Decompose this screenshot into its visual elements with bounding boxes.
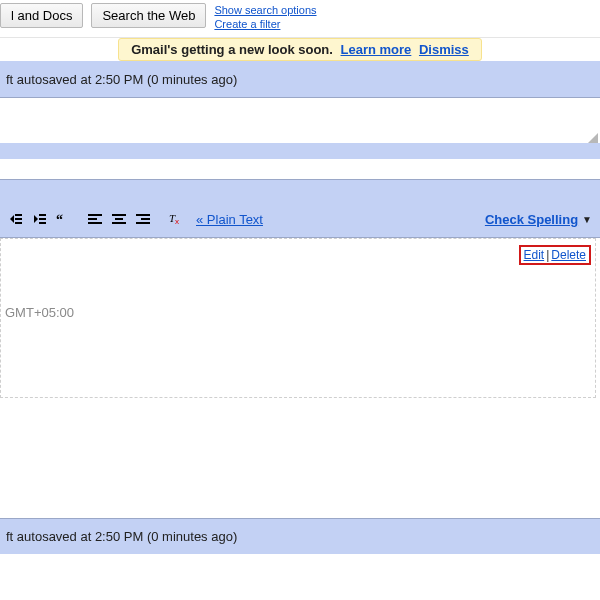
align-left-icon[interactable] [84, 209, 106, 229]
editor-toolbar: “ Tx « Plain Text Check Spelling ▼ [0, 203, 600, 238]
edit-delete-callout: Edit|Delete [519, 245, 592, 265]
autosave-status-band-top: ft autosaved at 2:50 PM (0 minutes ago) [0, 61, 600, 97]
show-search-options-link[interactable]: Show search options [214, 3, 316, 17]
check-spelling-dropdown[interactable]: Check Spelling ▼ [485, 212, 592, 227]
svg-rect-10 [112, 214, 126, 216]
autosave-status-band-bottom: ft autosaved at 2:50 PM (0 minutes ago) [0, 518, 600, 554]
svg-rect-7 [88, 214, 102, 216]
delete-link[interactable]: Delete [551, 248, 586, 262]
svg-rect-12 [112, 222, 126, 224]
svg-rect-0 [15, 214, 22, 216]
timezone-text: GMT+05:00 [5, 305, 74, 320]
plain-text-link[interactable]: « Plain Text [196, 212, 263, 227]
search-option-links: Show search options Create a filter [214, 3, 316, 31]
resize-handle-icon[interactable] [586, 131, 598, 143]
outdent-icon[interactable] [4, 209, 26, 229]
svg-rect-4 [39, 218, 46, 220]
svg-rect-15 [136, 222, 150, 224]
autosave-status-text: ft autosaved at 2:50 PM (0 minutes ago) [6, 72, 237, 87]
svg-text:x: x [175, 217, 179, 226]
compose-body-area[interactable]: Edit|Delete GMT+05:00 [0, 238, 596, 398]
quote-icon[interactable]: “ [52, 209, 74, 229]
subject-textarea-area[interactable] [0, 97, 600, 143]
notice-learn-more-link[interactable]: Learn more [341, 42, 412, 57]
search-bar: l and Docs Search the Web Show search op… [0, 0, 600, 38]
edit-link[interactable]: Edit [524, 248, 545, 262]
white-gap [0, 159, 600, 179]
notice-bar: Gmail's getting a new look soon. Learn m… [0, 38, 600, 61]
align-center-icon[interactable] [108, 209, 130, 229]
bottom-white-gap [0, 398, 600, 518]
autosave-status-text-bottom: ft autosaved at 2:50 PM (0 minutes ago) [6, 529, 237, 544]
svg-rect-13 [136, 214, 150, 216]
svg-rect-3 [39, 214, 46, 216]
search-mail-docs-button[interactable]: l and Docs [0, 3, 83, 28]
toolbar-icons: “ Tx « Plain Text [4, 209, 263, 229]
remove-format-icon[interactable]: Tx [164, 209, 186, 229]
chevron-down-icon: ▼ [582, 214, 592, 225]
notice-dismiss-link[interactable]: Dismiss [419, 42, 469, 57]
notice-message: Gmail's getting a new look soon. [131, 42, 333, 57]
svg-text:“: “ [56, 212, 63, 226]
create-filter-link[interactable]: Create a filter [214, 17, 316, 31]
svg-rect-5 [39, 222, 46, 224]
indent-icon[interactable] [28, 209, 50, 229]
notice-inner: Gmail's getting a new look soon. Learn m… [118, 38, 482, 61]
svg-rect-11 [115, 218, 123, 220]
svg-rect-9 [88, 222, 102, 224]
align-right-icon[interactable] [132, 209, 154, 229]
editor-toolbar-area: “ Tx « Plain Text Check Spelling ▼ [0, 179, 600, 238]
svg-rect-8 [88, 218, 97, 220]
search-web-button[interactable]: Search the Web [91, 3, 206, 28]
check-spelling-label: Check Spelling [485, 212, 578, 227]
svg-rect-14 [141, 218, 150, 220]
blue-separator [0, 143, 600, 159]
svg-rect-2 [15, 222, 22, 224]
svg-rect-1 [15, 218, 22, 220]
